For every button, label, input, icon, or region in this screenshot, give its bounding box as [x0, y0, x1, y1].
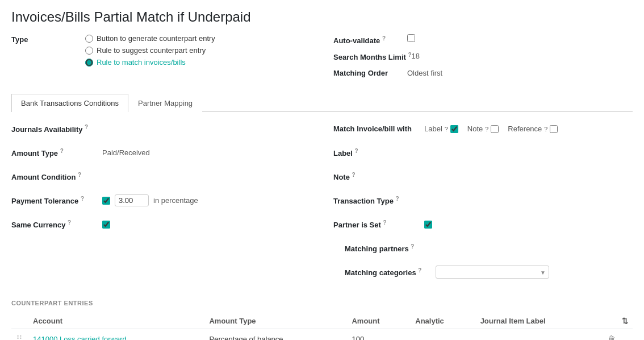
table-row: ⠿ 141000 Loss carried forward Percentage…	[11, 329, 633, 340]
tab-left-col: Journals Availability ? Amount Type ? Pa…	[11, 121, 311, 288]
matching-categories-label: Matching categories ?	[345, 267, 436, 277]
match-note-checkbox[interactable]	[491, 125, 499, 133]
note-field-label: Note ?	[333, 172, 424, 181]
journals-availability-row: Journals Availability ?	[11, 121, 311, 137]
amount-condition-row: Amount Condition ?	[11, 169, 311, 185]
partner-is-set-checkbox[interactable]	[424, 221, 432, 229]
sort-icon[interactable]: ⇅	[622, 317, 628, 325]
th-amount: Amount	[347, 313, 411, 329]
th-analytic: Analytic	[411, 313, 475, 329]
th-amount-type: Amount Type	[204, 313, 347, 329]
search-months-limit-label: Search Months Limit ?	[333, 51, 412, 61]
delete-cell: 🗑	[603, 329, 633, 340]
th-sort: ⇅	[603, 313, 633, 329]
match-reference-text: Reference	[508, 125, 542, 133]
same-currency-checkbox[interactable]	[102, 221, 110, 229]
th-journal-item-label: Journal Item Label	[476, 313, 604, 329]
match-note-text: Note	[467, 125, 483, 133]
th-drag	[11, 313, 28, 329]
type-label: Type	[11, 34, 85, 44]
match-reference-item: Reference ?	[508, 125, 558, 133]
amount-cell: 100	[347, 329, 411, 340]
journals-availability-label: Journals Availability ?	[11, 124, 102, 134]
radio-rule-suggest-label: Rule to suggest counterpart entry	[97, 46, 206, 55]
payment-tolerance-input[interactable]	[115, 194, 149, 206]
amount-type-label: Amount Type ?	[11, 148, 102, 157]
match-note-item: Note ?	[467, 125, 499, 133]
note-row: Note ?	[333, 169, 633, 185]
tab-content: Journals Availability ? Amount Type ? Pa…	[11, 121, 633, 288]
tabs: Bank Transactions Conditions Partner Map…	[11, 93, 633, 112]
amount-type-value: Paid/Received	[102, 148, 150, 157]
tab-partner-mapping[interactable]: Partner Mapping	[128, 94, 202, 112]
label-row: Label ?	[333, 145, 633, 161]
search-months-limit-value: 18	[412, 51, 420, 60]
matching-categories-select[interactable]	[436, 266, 549, 279]
match-label-text: Label	[424, 125, 442, 133]
payment-tolerance-label: Payment Tolerance ?	[11, 196, 102, 205]
payment-tolerance-row: Payment Tolerance ? in percentage	[11, 193, 311, 209]
same-currency-label: Same Currency ?	[11, 219, 102, 229]
page-title: Invoices/Bills Partial Match if Underpai…	[11, 9, 633, 25]
auto-validate-label: Auto-validate ?	[333, 34, 407, 45]
amount-type-row: Amount Type ? Paid/Received	[11, 145, 311, 161]
delete-row-icon[interactable]: 🗑	[608, 334, 616, 340]
counterpart-title: COUNTERPART ENTRIES	[11, 300, 633, 306]
auto-validate-checkbox-wrapper	[407, 34, 415, 44]
analytic-cell	[411, 329, 475, 340]
radio-rule-match[interactable]: Rule to match invoices/bills	[85, 58, 215, 67]
payment-tolerance-checkbox[interactable]	[102, 197, 110, 205]
match-label-checkbox[interactable]	[450, 125, 458, 133]
match-label-item: Label ?	[424, 125, 458, 133]
matching-categories-dropdown-wrapper: ▼	[436, 266, 549, 279]
th-account: Account	[28, 313, 204, 329]
match-invoice-options: Label ? Note ? Reference ?	[424, 125, 558, 133]
amount-condition-label: Amount Condition ?	[11, 172, 102, 181]
matching-partners-row: Matching partners ?	[333, 241, 633, 256]
matching-categories-row: Matching categories ? ▼	[333, 264, 633, 280]
transaction-type-row: Transaction Type ?	[333, 193, 633, 209]
tab-right-col: Match Invoice/bill with Label ? Note ? R…	[333, 121, 633, 288]
account-cell: 141000 Loss carried forward	[28, 329, 204, 340]
partner-is-set-row: Partner is Set ?	[333, 217, 633, 233]
partner-is-set-label: Partner is Set ?	[333, 219, 424, 229]
drag-handle-cell: ⠿	[11, 329, 28, 340]
match-invoice-label: Match Invoice/bill with	[333, 125, 424, 133]
radio-rule-match-label: Rule to match invoices/bills	[97, 58, 186, 67]
label-field-label: Label ?	[333, 148, 424, 157]
table-header-row: Account Amount Type Amount Analytic Jour…	[11, 313, 633, 329]
type-radio-group: Button to generate counterpart entry Rul…	[85, 34, 215, 67]
auto-validate-checkbox[interactable]	[407, 34, 415, 42]
drag-handle-icon[interactable]: ⠿	[16, 334, 23, 340]
radio-button-counterpart[interactable]: Button to generate counterpart entry	[85, 34, 215, 43]
counterpart-section: COUNTERPART ENTRIES Account Amount Type …	[11, 300, 633, 340]
matching-order-value: Oldest first	[407, 68, 442, 77]
amount-type-cell: Percentage of balance	[204, 329, 347, 340]
transaction-type-label: Transaction Type ?	[333, 196, 424, 205]
radio-rule-suggest[interactable]: Rule to suggest counterpart entry	[85, 46, 215, 55]
counterpart-table: Account Amount Type Amount Analytic Jour…	[11, 313, 633, 340]
match-reference-checkbox[interactable]	[550, 125, 558, 133]
matching-order-label: Matching Order	[333, 68, 407, 77]
same-currency-row: Same Currency ?	[11, 217, 311, 233]
account-link[interactable]: 141000 Loss carried forward	[33, 335, 127, 340]
radio-button-counterpart-label: Button to generate counterpart entry	[97, 34, 215, 43]
matching-partners-label: Matching partners ?	[345, 243, 436, 253]
match-invoice-row: Match Invoice/bill with Label ? Note ? R…	[333, 121, 633, 137]
tab-bank-transactions[interactable]: Bank Transactions Conditions	[11, 94, 128, 112]
payment-tolerance-suffix: in percentage	[153, 196, 198, 205]
journal-item-label-cell	[476, 329, 604, 340]
